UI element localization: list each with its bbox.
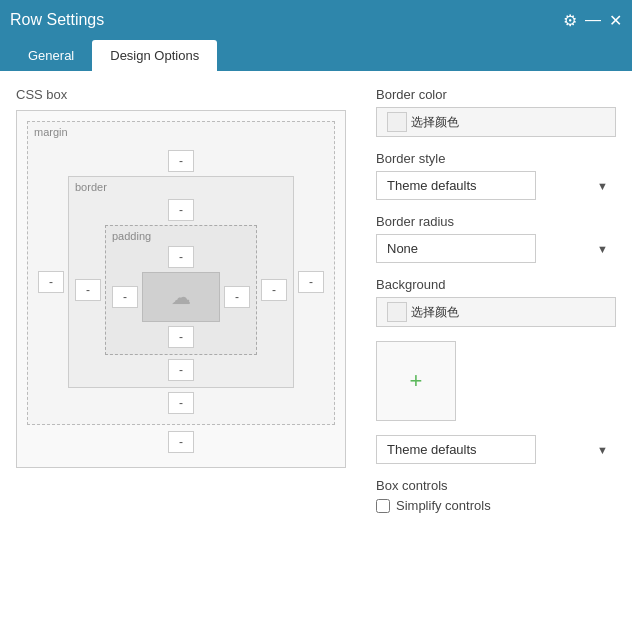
border-color-button-label: 选择颜色: [411, 114, 459, 131]
title-bar: Row Settings ⚙ — ✕: [0, 0, 632, 40]
simplify-controls-checkbox[interactable]: [376, 499, 390, 513]
gear-icon[interactable]: ⚙: [563, 11, 577, 30]
image-picker-field: +: [376, 341, 616, 421]
image-picker[interactable]: +: [376, 341, 456, 421]
simplify-controls-row: Simplify controls: [376, 498, 616, 513]
tab-design-options[interactable]: Design Options: [92, 40, 217, 71]
padding-label: padding: [112, 230, 151, 242]
css-box-label: CSS box: [16, 87, 356, 102]
padding-top-row: -: [112, 246, 250, 268]
margin-middle-row: - border - - padding: [38, 176, 324, 388]
padding-box: padding - - ☁: [105, 225, 257, 355]
border-radius-select[interactable]: None Small Medium Large: [376, 234, 536, 263]
box-controls-label: Box controls: [376, 478, 616, 493]
border-color-label: Border color: [376, 87, 616, 102]
content-area: CSS box margin - - border -: [0, 71, 632, 529]
border-style-select[interactable]: Theme defaults None Solid Dashed Dotted: [376, 171, 536, 200]
margin-top-button[interactable]: -: [168, 150, 194, 172]
background-color-button-label: 选择颜色: [411, 304, 459, 321]
padding-left-button[interactable]: -: [112, 286, 138, 308]
image-dropdown-select-wrapper: Theme defaults None Custom ▼: [376, 435, 616, 464]
border-bottom-row: -: [75, 359, 287, 381]
padding-middle-row: - ☁ -: [112, 272, 250, 322]
minimize-icon[interactable]: —: [585, 11, 601, 29]
margin-bottom-button[interactable]: -: [168, 392, 194, 414]
padding-right-button[interactable]: -: [224, 286, 250, 308]
border-style-select-wrapper: Theme defaults None Solid Dashed Dotted …: [376, 171, 616, 200]
background-color-button[interactable]: 选择颜色: [376, 297, 616, 327]
padding-bottom-row: -: [112, 326, 250, 348]
border-style-arrow-icon: ▼: [597, 180, 608, 192]
close-icon[interactable]: ✕: [609, 11, 622, 30]
border-left-button[interactable]: -: [75, 279, 101, 301]
simplify-controls-label: Simplify controls: [396, 498, 491, 513]
margin-label: margin: [34, 126, 68, 138]
border-bottom-button[interactable]: -: [168, 359, 194, 381]
tab-bar: General Design Options: [0, 40, 632, 71]
image-dropdown-arrow-icon: ▼: [597, 444, 608, 456]
margin-top-row: -: [38, 150, 324, 172]
css-box-visual: margin - - border -: [16, 110, 346, 468]
border-radius-field: Border radius None Small Medium Large ▼: [376, 214, 616, 263]
margin-bottom-row: -: [38, 392, 324, 414]
image-dropdown-field: Theme defaults None Custom ▼: [376, 435, 616, 464]
border-color-button[interactable]: 选择颜色: [376, 107, 616, 137]
border-label: border: [75, 181, 107, 193]
left-panel: CSS box margin - - border -: [16, 87, 356, 513]
box-center: ☁: [142, 272, 220, 322]
border-color-swatch: [387, 112, 407, 132]
image-picker-plus-icon: +: [410, 368, 423, 394]
border-top-button[interactable]: -: [168, 199, 194, 221]
margin-right-button[interactable]: -: [298, 271, 324, 293]
border-radius-label: Border radius: [376, 214, 616, 229]
outer-margin-bottom-row: -: [27, 425, 335, 457]
padding-top-button[interactable]: -: [168, 246, 194, 268]
margin-box: margin - - border -: [27, 121, 335, 425]
border-middle-row: - padding - -: [75, 225, 287, 355]
border-style-field: Border style Theme defaults None Solid D…: [376, 151, 616, 200]
window-title: Row Settings: [10, 11, 104, 29]
background-color-swatch: [387, 302, 407, 322]
background-field: Background 选择颜色: [376, 277, 616, 327]
padding-bottom-button[interactable]: -: [168, 326, 194, 348]
image-dropdown-select[interactable]: Theme defaults None Custom: [376, 435, 536, 464]
box-controls-field: Box controls Simplify controls: [376, 478, 616, 513]
outer-margin-bottom-button[interactable]: -: [168, 431, 194, 453]
border-color-field: Border color 选择颜色: [376, 87, 616, 137]
border-radius-arrow-icon: ▼: [597, 243, 608, 255]
border-top-row: -: [75, 199, 287, 221]
tab-general[interactable]: General: [10, 40, 92, 71]
border-style-label: Border style: [376, 151, 616, 166]
background-label: Background: [376, 277, 616, 292]
border-box: border - - padding: [68, 176, 294, 388]
window-controls: ⚙ — ✕: [563, 11, 622, 30]
border-radius-select-wrapper: None Small Medium Large ▼: [376, 234, 616, 263]
right-panel: Border color 选择颜色 Border style Theme def…: [376, 87, 616, 513]
border-right-button[interactable]: -: [261, 279, 287, 301]
margin-left-button[interactable]: -: [38, 271, 64, 293]
center-icon: ☁: [171, 285, 191, 309]
